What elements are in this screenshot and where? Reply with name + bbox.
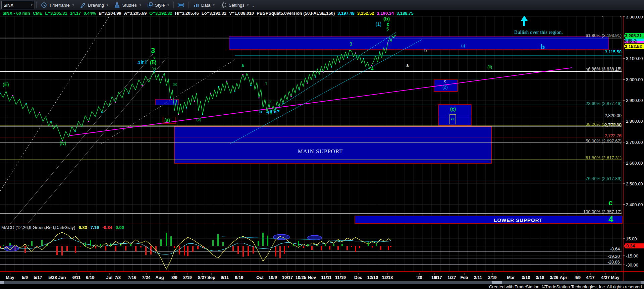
chevron-down-icon[interactable]: ▾ [107, 3, 108, 7]
time-axis-label: 8/19 [183, 275, 192, 280]
time-axis-label: 6/19 [86, 275, 94, 280]
paintbar-dot [12, 95, 13, 96]
scrollbar-thumb[interactable] [492, 281, 502, 284]
quote-token: B=3,204.99 [99, 11, 121, 16]
time-axis-label: 6/11 [72, 275, 81, 280]
paintbar-dot [226, 80, 227, 82]
main-support-box[interactable] [174, 126, 491, 163]
wave-annotation: (1) [376, 22, 381, 26]
time-axis-label: 11/11 [321, 275, 331, 280]
toolbar-button-data[interactable]: Data▾ [190, 0, 218, 10]
time-axis-tickmark [438, 273, 438, 275]
toolbar-button-label: Timeframe [49, 3, 70, 8]
paintbar-dot [115, 102, 116, 103]
wave-annotation: (a) [173, 82, 177, 86]
time-axis-tickmark [605, 273, 606, 275]
time-axis-tickmark [478, 273, 478, 275]
chevron-down-icon[interactable]: ▾ [31, 3, 33, 7]
toolbar-button-studies[interactable]: Studies▾ [111, 0, 144, 10]
chevron-down-icon[interactable]: ▾ [213, 3, 215, 7]
quote-line: $INX - 60 minCMEL=3,205.3114.170.44%B=3,… [0, 10, 644, 16]
time-axis-tickmark [564, 273, 564, 275]
fib-level-label: 76.40% (2,517.89) [586, 176, 622, 181]
time-axis-label: 7/8 [115, 275, 121, 280]
toolbar-button-style[interactable]: Style▾ [144, 0, 172, 10]
time-axis-tickmark [25, 273, 25, 275]
paintbar-dot [282, 103, 284, 104]
wave-annotation: alt ii? [267, 109, 280, 114]
price-badge: 3,188.75 [624, 39, 644, 41]
time-axis-tickmark [526, 273, 526, 275]
paintbar-dot [393, 37, 394, 38]
macd-highlight-ellipse[interactable] [308, 235, 322, 240]
fib-level-label: 2,820.00 [604, 113, 622, 118]
price-axis-label: -15.00 [626, 254, 638, 258]
toolbar-button-settings[interactable]: Settings▾ [218, 0, 252, 10]
toolbar-button-drawing[interactable]: Drawing▾ [77, 0, 111, 10]
time-axis-tickmark [187, 273, 188, 275]
wave-annotation: (v) [152, 67, 156, 70]
toolbar-button-layout[interactable] [175, 0, 187, 10]
fib-level-label: 38.20% (3,033.47) [586, 68, 622, 72]
time-axis-label: Jul [106, 275, 113, 280]
horizontal-scrollbar[interactable] [0, 281, 644, 284]
time-axis-label: 5/9 [22, 275, 28, 280]
fib-level-label: 3,115.50 [605, 50, 622, 54]
paintbar-dot [363, 58, 364, 59]
time-axis-tickmark [615, 273, 615, 275]
trendline[interactable] [28, 58, 167, 224]
time-axis-label: 2/19 [488, 275, 496, 280]
scrollbar-right-button[interactable] [641, 281, 644, 284]
time-axis-tickmark [109, 273, 110, 275]
symbol-input[interactable]: $INX ▾ [1, 1, 35, 9]
paintbar-dot [331, 66, 332, 68]
wave-annotation: (c) [450, 107, 456, 111]
time-axis-label: '20 [416, 275, 422, 280]
time-axis-tickmark [53, 273, 53, 275]
price-axis-label: 2,500.00 [626, 182, 643, 186]
toolbar-button-label: Studies [122, 3, 137, 8]
quote-token: 14.17 [70, 11, 81, 16]
toolbar-overflow-chevron[interactable]: ▾ [252, 5, 254, 8]
time-axis-tickmark [554, 273, 554, 275]
time-axis-label: Jun [58, 275, 66, 280]
paintbar-dot [258, 97, 260, 99]
paintbar-dot [234, 91, 235, 92]
time-axis-label: 4/27 [601, 275, 609, 280]
chevron-down-icon[interactable]: ▾ [140, 3, 141, 7]
trendline[interactable] [0, 14, 111, 191]
time-axis-label: 1/27 [447, 275, 456, 280]
time-axis-tickmark [419, 273, 420, 275]
time-axis-tickmark [511, 273, 511, 275]
toolbar-button-timeframe[interactable]: Timeframe▾ [38, 0, 77, 10]
paintbar-dot [210, 93, 211, 94]
price-axis-label: -30.00 [626, 263, 638, 267]
wave-annotation: 3 [151, 47, 155, 54]
time-axis-tickmark [540, 273, 540, 275]
price-axis-label: 3,000.00 [626, 77, 643, 82]
chevron-down-icon[interactable]: ▾ [72, 3, 74, 7]
scrollbar-left-button[interactable] [0, 281, 4, 284]
chevron-down-icon[interactable]: ▾ [247, 3, 249, 7]
lower-support-box[interactable] [355, 216, 622, 223]
wave-annotation: a [406, 63, 409, 67]
lower-support-label: LOWER SUPPORT [494, 217, 543, 223]
paintbar-dot [25, 103, 27, 104]
quote-token: $INX - 60 min [3, 11, 30, 16]
toolbar-button-label: Settings [229, 3, 245, 8]
chevron-down-icon[interactable]: ▾ [167, 3, 169, 7]
price-chart-canvas[interactable] [0, 0, 644, 289]
trendline[interactable] [10, 54, 153, 224]
price-badge: 3,190.34 [624, 41, 644, 43]
time-axis-label: 12/18 [382, 275, 393, 280]
paintbar-dot [339, 61, 340, 63]
paintbar-dot [128, 93, 129, 94]
august-low-box[interactable] [155, 99, 178, 105]
time-axis-tickmark [273, 273, 273, 275]
paintbar-dot [186, 107, 187, 109]
macd-study-label: MACD (12,26,9,Green,Red,DarkGray)6.837.1… [1, 225, 124, 230]
time-axis-tickmark [239, 273, 239, 275]
rows-icon [178, 2, 184, 8]
time-axis-tickmark [373, 273, 373, 275]
fib-level-label: 23.60% (2,877.46) [586, 101, 622, 106]
